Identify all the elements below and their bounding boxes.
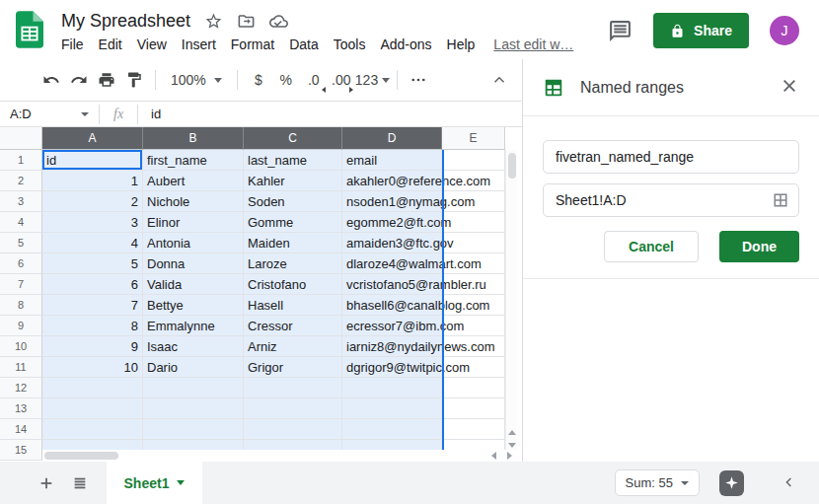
- menu-file[interactable]: File: [61, 36, 84, 52]
- row-header-15[interactable]: 15: [0, 440, 42, 461]
- horizontal-scrollbar[interactable]: [42, 450, 517, 462]
- row-header-4[interactable]: 4: [0, 212, 42, 233]
- cell-B13[interactable]: [143, 398, 244, 419]
- cell-A10[interactable]: 9: [42, 336, 143, 357]
- row-header-10[interactable]: 10: [0, 336, 42, 357]
- add-sheet-button[interactable]: [34, 470, 59, 496]
- cell-B5[interactable]: Antonia: [143, 233, 244, 253]
- cell-D1[interactable]: email: [342, 150, 442, 171]
- vertical-scrollbar-thumb[interactable]: [508, 153, 516, 179]
- row-header-13[interactable]: 13: [0, 398, 42, 419]
- column-header-E[interactable]: E: [442, 127, 505, 150]
- column-header-D[interactable]: D: [342, 127, 442, 150]
- range-name-input[interactable]: [543, 140, 799, 174]
- avatar[interactable]: J: [770, 16, 799, 45]
- cell-A14[interactable]: [42, 419, 143, 440]
- vertical-scrollbar[interactable]: [505, 150, 517, 450]
- sheet-tab-sheet1[interactable]: Sheet1: [107, 462, 202, 504]
- number-format-button[interactable]: 123: [355, 66, 390, 94]
- cell-C1[interactable]: last_name: [244, 150, 342, 171]
- cell-D7[interactable]: vcristofano5@rambler.ru: [342, 274, 442, 295]
- select-data-range-icon[interactable]: [772, 191, 789, 209]
- cell-C3[interactable]: Soden: [244, 191, 342, 212]
- undo-button[interactable]: [37, 66, 65, 94]
- format-percent-button[interactable]: %: [272, 66, 300, 94]
- cell-B4[interactable]: Elinor: [143, 212, 244, 233]
- cell-D14[interactable]: [342, 419, 442, 440]
- star-icon[interactable]: [204, 12, 223, 31]
- column-header-B[interactable]: B: [143, 127, 244, 150]
- formula-input[interactable]: id: [151, 107, 161, 121]
- name-box[interactable]: A:D: [0, 107, 99, 121]
- cell-D10[interactable]: iarniz8@nydailynews.com: [342, 336, 442, 357]
- cell-D13[interactable]: [342, 398, 442, 419]
- row-header-7[interactable]: 7: [0, 274, 42, 295]
- close-panel-button[interactable]: [782, 78, 801, 98]
- cell-C14[interactable]: [244, 419, 342, 440]
- cell-C11[interactable]: Grigor: [244, 357, 342, 378]
- cloud-saved-icon[interactable]: [269, 12, 288, 31]
- cell-A4[interactable]: 3: [42, 212, 143, 233]
- print-button[interactable]: [93, 66, 120, 94]
- move-folder-icon[interactable]: [237, 12, 256, 31]
- column-header-A[interactable]: A: [42, 127, 143, 150]
- row-header-5[interactable]: 5: [0, 233, 42, 253]
- last-edit-link[interactable]: Last edit w…: [493, 36, 573, 52]
- cell-E4[interactable]: [442, 212, 505, 233]
- menu-format[interactable]: Format: [231, 36, 274, 52]
- cell-B7[interactable]: Valida: [143, 274, 244, 295]
- cell-D4[interactable]: egomme2@ft.com: [342, 212, 442, 233]
- cell-E14[interactable]: [442, 419, 505, 440]
- cell-A7[interactable]: 6: [42, 274, 143, 295]
- comment-history-icon[interactable]: [608, 19, 633, 43]
- cell-C4[interactable]: Gomme: [244, 212, 342, 233]
- menu-add-ons[interactable]: Add-ons: [380, 36, 431, 52]
- cell-B3[interactable]: Nichole: [143, 191, 244, 212]
- cell-B8[interactable]: Bettye: [143, 295, 244, 316]
- collapse-toolbar-button[interactable]: [490, 71, 508, 89]
- share-button[interactable]: Share: [653, 13, 749, 48]
- cell-D8[interactable]: bhasell6@canalblog.com: [342, 295, 442, 316]
- cell-A13[interactable]: [42, 398, 143, 419]
- explore-button[interactable]: [719, 470, 744, 496]
- cell-C2[interactable]: Kahler: [244, 171, 342, 191]
- row-header-2[interactable]: 2: [0, 171, 42, 191]
- cell-C8[interactable]: Hasell: [244, 295, 342, 316]
- menu-edit[interactable]: Edit: [99, 36, 122, 52]
- cell-D2[interactable]: akahler0@reference.com: [342, 171, 442, 191]
- cell-E1[interactable]: [442, 150, 505, 171]
- cancel-button[interactable]: Cancel: [604, 231, 699, 262]
- cell-B11[interactable]: Dario: [143, 357, 244, 378]
- row-header-3[interactable]: 3: [0, 191, 42, 212]
- cell-D3[interactable]: nsoden1@nymag.com: [342, 191, 442, 212]
- row-header-6[interactable]: 6: [0, 253, 42, 274]
- collapse-panel-button[interactable]: [782, 474, 799, 492]
- cell-C6[interactable]: Laroze: [244, 253, 342, 274]
- cell-B12[interactable]: [143, 378, 244, 398]
- all-sheets-menu-button[interactable]: [67, 470, 93, 496]
- cell-B1[interactable]: first_name: [143, 150, 244, 171]
- sheet-tab-menu-icon[interactable]: [177, 480, 185, 485]
- row-header-9[interactable]: 9: [0, 316, 42, 336]
- row-header-12[interactable]: 12: [0, 378, 42, 398]
- cell-E12[interactable]: [442, 378, 505, 398]
- zoom-control[interactable]: 100%: [163, 72, 230, 88]
- scroll-left-button[interactable]: [485, 450, 501, 462]
- redo-button[interactable]: [65, 66, 93, 94]
- cell-D6[interactable]: dlaroze4@walmart.com: [342, 253, 442, 274]
- cell-A9[interactable]: 8: [42, 316, 143, 336]
- cell-D5[interactable]: amaiden3@ftc.gov: [342, 233, 442, 253]
- row-header-1[interactable]: 1: [0, 150, 42, 171]
- cell-D9[interactable]: ecressor7@ibm.com: [342, 316, 442, 336]
- menu-tools[interactable]: Tools: [334, 36, 366, 52]
- range-reference-input[interactable]: [543, 183, 799, 217]
- done-button[interactable]: Done: [719, 231, 799, 262]
- cell-A11[interactable]: 10: [42, 357, 143, 378]
- cell-B10[interactable]: Isaac: [143, 336, 244, 357]
- row-header-11[interactable]: 11: [0, 357, 42, 378]
- row-header-8[interactable]: 8: [0, 295, 42, 316]
- sum-summary-button[interactable]: Sum: 55: [615, 469, 700, 496]
- format-currency-button[interactable]: $: [245, 66, 272, 94]
- cell-A8[interactable]: 7: [42, 295, 143, 316]
- cell-A5[interactable]: 4: [42, 233, 143, 253]
